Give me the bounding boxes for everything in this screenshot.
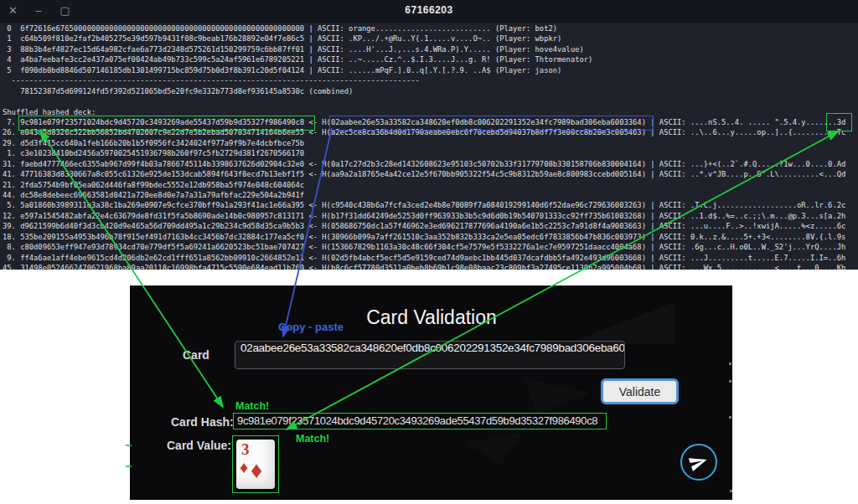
match-value-annotation: Match! [296,433,329,445]
card-hash-label: Card Hash: [171,415,234,429]
window-title: 67166203 [0,4,858,16]
artifact-mark [729,363,731,365]
terminal-line: 45. 31498e0524662470621968ba89aa20118c16… [3,263,858,270]
dialog-shade [524,378,591,415]
terminal-line: 31. faebd4777466ec6355ab967d99f4b03a7866… [3,159,858,169]
terminal-line [3,96,858,106]
send-button[interactable] [680,444,717,481]
artifact-mark [730,490,732,492]
terminal-line: 7. 9c981e079f23571024bdc9d45720c3493269a… [3,117,858,127]
terminal-line: 0 6f72616e676500000000000000000000000000… [3,23,858,33]
match-hash-annotation: Match! [235,400,269,412]
terminal-line: 8. c80d09653eff947e93d78934cd70e779df5f5… [3,242,858,252]
terminal-line: 39. d9621599b6d40f3d3cb420d9e465a56d709d… [3,221,858,231]
terminal-line: 1 c64b509f810e2faf2b405275e39d597b9431f0… [3,33,858,44]
terminal-line: 18. 535be209155a4953b496b78f915ef491d716… [3,232,858,242]
terminal-line: 5 f090db0bd8846d507146185db1301499715bc8… [3,65,858,75]
terminal-line: 29. d5d3f415cc640a1feb166b20b1b5f0956fc3… [3,138,858,148]
diamond-suit-icon: ♦ [251,457,262,484]
paper-plane-icon [687,450,711,474]
terminal-line: Shuffled hashed deck: [3,107,858,117]
card-label: Card [183,348,209,362]
card-hash-value: 9c981e079f23571024bdc9d45720c3493269ade5… [233,413,607,429]
artifact-mark [126,465,132,467]
terminal-line: 9. ff4a6ae1aff4ebe9615cd4d206db2e62cd1ff… [3,253,858,263]
card-input[interactable]: 02aabee26e53a33582ca348620ef0db8c0062022… [235,341,625,369]
artifact-mark [729,380,731,383]
terminal-line: 44. dc58e8debeec69663581d0421a720ee8d0e7… [3,190,858,200]
artifact-mark [126,445,132,446]
terminal-line: 26. e043d5d8326c522bb56852bd4702607c9e22… [3,127,858,137]
validate-button[interactable]: Validate [601,378,679,404]
card-value-label: Card Value: [167,439,231,452]
terminal-window: ✕ ‒ ▢ 67166203 0 6f72616e676500000000000… [0,0,858,270]
copy-paste-annotation: Copy - paste [278,321,344,333]
terminal-line: 12. e597a1545482abfa22e4c63679de8fd31f5f… [3,211,858,221]
terminal-line: 4 a4ba7eebafe3cc2e437a075ef00424ab49b733… [3,54,858,64]
terminal-line: 3 88b3b4ef4827ec15d64a982cfae6a773d2348d… [3,44,858,54]
terminal-line: 1. c3e10238410bd2456a5970025451936798b26… [3,148,858,158]
card-value-frame: 3 ♦ ♦ [232,435,279,493]
card-rank: 3 [241,440,250,459]
terminal-line: 21. 2fda5754b9bf05ea062d446fa8f99bdec555… [3,180,858,190]
terminal-line: 78152387d5d699124fd5f392d521065bd5e20fc9… [3,86,858,96]
diamond-suit-icon: ♦ [240,458,248,477]
playing-card-3-of-diamonds: 3 ♦ ♦ [236,440,275,489]
dialog-shade [465,432,524,465]
terminal-line: 41. 47716383d8330667a8c055c61326e925de15… [3,169,858,179]
terminal-body: 0 6f72616e676500000000000000000000000000… [0,23,858,270]
terminal-line: ----------------------------------------… [3,75,858,85]
artifact-mark [729,416,731,419]
terminal-line: 5. 5a01860b3989311e3a38c1ba269e0907e9cfc… [3,200,858,210]
title-bar: ✕ ‒ ▢ 67166203 [0,0,858,23]
